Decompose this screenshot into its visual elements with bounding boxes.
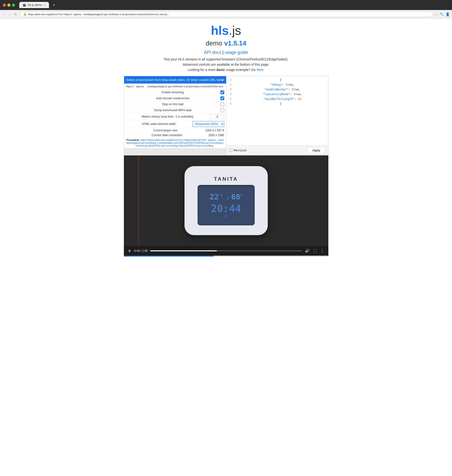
stop-on-stall-row: Stop on first stall:	[124, 101, 226, 107]
video-player: TANITA 22°C .6 68% 20:44 02 ⏸ 0:44 / 1:0…	[124, 156, 328, 257]
code-area[interactable]: 1 2 3 4 5 6 { "debug": true, "enableWork…	[226, 76, 328, 145]
tanita-device: TANITA 22°C .6 68% 20:44 02	[185, 166, 268, 235]
permalink-row: Permalink: https://hlsjs.video-dev.org/d…	[124, 137, 226, 148]
tab-favicon: 🎬	[23, 3, 26, 7]
volume-button[interactable]: 🔊	[304, 248, 310, 254]
persist-label: Persist	[234, 149, 247, 152]
time-separator: /	[140, 249, 142, 252]
enable-streaming-label: Enable streaming:	[126, 91, 220, 94]
tanita-humidity: 68%	[231, 192, 242, 201]
permalink-label: Permalink:	[126, 138, 140, 141]
video-area[interactable]: TANITA 22°C .6 68% 20:44 02	[124, 156, 328, 246]
basic-example-text: Looking for a more basic usage example? …	[5, 68, 447, 72]
js-text: .js	[229, 24, 241, 37]
maximize-button[interactable]	[12, 4, 15, 7]
dump-fmp4-checkbox[interactable]	[220, 108, 224, 112]
tab-title: hls.js demo	[27, 3, 42, 7]
config-footer-left	[124, 148, 226, 155]
site-title: hls.js	[5, 23, 447, 38]
config-left: Select a test-stream from drop-down menu…	[124, 76, 226, 155]
browser-chrome: 🎬 hls.js demo ✕ + ‹ › ↻ 🔒 hlsjs.video-de…	[0, 0, 452, 19]
more-options-button[interactable]: ⋮	[320, 248, 325, 254]
usage-guide-link[interactable]: usage guide	[225, 50, 248, 55]
stream-select-wrapper: Select a test-stream from drop-down menu…	[124, 76, 226, 83]
tanita-time-sub: 02	[224, 214, 228, 218]
traffic-lights	[3, 4, 15, 7]
total-time: 1:00	[142, 249, 148, 252]
dump-fmp4-row: Dump transmuxed fMP4 data:	[124, 107, 226, 113]
bottom-progress-fill	[124, 256, 214, 257]
forward-button[interactable]: ›	[8, 12, 11, 17]
code-content[interactable]: { "debug": true, "enableWorker": true, "…	[233, 78, 328, 144]
player-size-row: Current player size: 1062.4 x 597.6	[124, 128, 226, 133]
enable-streaming-row: Enable streaming:	[124, 89, 226, 95]
api-links: API docs | usage guide	[5, 50, 447, 55]
right-controls: 🔊 ⛶ ⋮	[304, 248, 325, 254]
persist-checkbox[interactable]	[229, 149, 232, 152]
auto-recover-label: Auto-recover media-errors:	[126, 97, 220, 100]
toolbar-icons: ☆ 🔧 👤	[435, 12, 450, 16]
refresh-button[interactable]: ↻	[13, 12, 18, 17]
url-text: hlsjs.video-dev.org/demo/?src=https:// .…	[28, 13, 169, 16]
stream-select[interactable]: Select a test-stream from drop-down menu…	[124, 76, 226, 83]
tab-close-icon[interactable]: ✕	[44, 4, 46, 7]
fullscreen-button[interactable]: ⛶	[313, 248, 317, 254]
config-panel: Select a test-stream from drop-down menu…	[124, 76, 328, 156]
bottom-progress-bar[interactable]	[124, 256, 328, 257]
play-pause-button[interactable]: ⏸	[127, 248, 132, 253]
lock-icon: 🔒	[23, 13, 27, 16]
separator: |	[221, 50, 225, 55]
progress-bar[interactable]	[150, 250, 301, 251]
browser-tab[interactable]: 🎬 hls.js demo ✕	[19, 2, 49, 8]
profile-icon[interactable]: 👤	[445, 12, 450, 16]
video-width-row: HTML video element width: Responsive (80…	[124, 120, 226, 128]
tanita-top-row: 22°C .6 68%	[210, 192, 243, 201]
apply-button[interactable]: Apply	[307, 147, 325, 154]
metrics-row: Metrics history (max limit, -1 is unlimi…	[124, 113, 226, 120]
current-time: 0:44	[134, 249, 140, 252]
here-link[interactable]: here	[257, 68, 263, 72]
dump-fmp4-label: Dump transmuxed fMP4 data:	[126, 109, 220, 112]
new-tab-button[interactable]: +	[51, 2, 57, 8]
page-content: hls.js demo v1.5.14 API docs | usage gui…	[0, 19, 452, 261]
enable-streaming-checkbox[interactable]	[220, 90, 224, 94]
metrics-label: Metrics history (max limit, -1 is unlimi…	[126, 115, 210, 118]
video-res-row: Current video resolution: 1920 x 1080	[124, 133, 226, 137]
demo-text: demo	[206, 40, 224, 47]
bookmark-star-icon[interactable]: ☆	[435, 12, 438, 16]
metrics-input[interactable]	[210, 114, 224, 119]
stop-on-stall-checkbox[interactable]	[220, 102, 224, 106]
video-res-value: 1920 x 1080	[208, 134, 224, 137]
url-input[interactable]	[124, 83, 226, 89]
tanita-time: 20:44	[211, 203, 241, 214]
line-numbers: 1 2 3 4 5 6	[226, 78, 233, 144]
permalink-link[interactable]: https://hlsjs.video-dev.org/demo/?src=ht…	[126, 138, 224, 147]
browser-toolbar: ‹ › ↻ 🔒 hlsjs.video-dev.org/demo/?src=ht…	[0, 10, 452, 19]
back-button[interactable]: ‹	[2, 12, 6, 17]
video-width-select[interactable]: Responsive (80%) 100% 50% Custom	[193, 121, 224, 127]
video-width-label: HTML video element width:	[126, 122, 193, 126]
version-text: v1.5.14	[224, 40, 246, 47]
stop-on-stall-label: Stop on first stall:	[126, 102, 220, 106]
auto-recover-checkbox[interactable]	[220, 96, 224, 100]
minimize-button[interactable]	[7, 4, 10, 7]
tanita-brand: TANITA	[214, 176, 238, 182]
tanita-temp: 22°C	[210, 192, 223, 201]
browser-titlebar: 🎬 hls.js demo ✕ +	[0, 0, 452, 10]
hls-text: hls	[211, 24, 229, 37]
player-size-label: Current player size:	[126, 129, 206, 132]
config-footer-right: Persist Apply	[226, 145, 328, 155]
version-line: demo v1.5.14	[5, 40, 447, 47]
player-size-value: 1062.4 x 597.6	[205, 129, 224, 132]
address-bar[interactable]: 🔒 hlsjs.video-dev.org/demo/?src=https://…	[20, 11, 433, 17]
extensions-icon[interactable]: 🔧	[440, 12, 444, 16]
video-res-label: Current video resolution:	[126, 134, 208, 137]
progress-bar-fill	[150, 250, 217, 251]
tanita-temp-sub: .6	[225, 196, 229, 200]
api-docs-link[interactable]: API docs	[204, 50, 221, 55]
code-editor: 1 2 3 4 5 6 { "debug": true, "enableWork…	[226, 76, 328, 155]
tanita-screen: 22°C .6 68% 20:44 02	[198, 185, 255, 225]
close-button[interactable]	[3, 4, 6, 7]
time-display: 0:44 / 1:00	[134, 249, 148, 252]
description-1: Test your HLS streams in all supported b…	[5, 57, 447, 61]
